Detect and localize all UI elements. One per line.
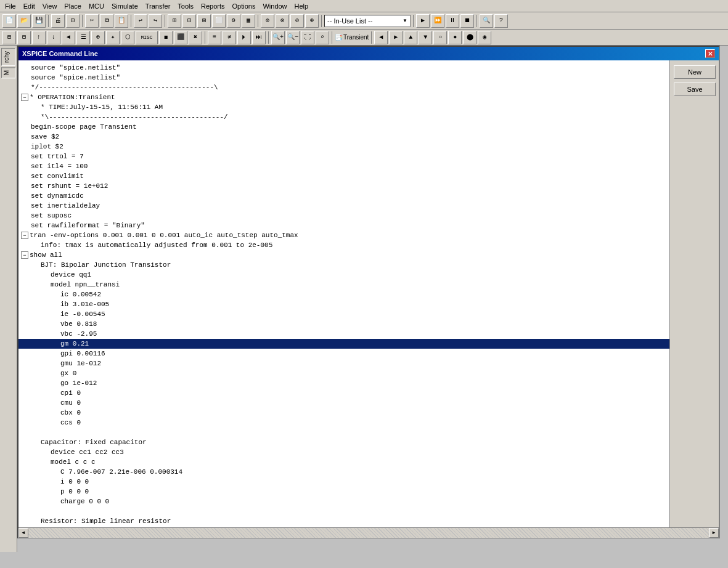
tree-line[interactable]: device qq1	[18, 270, 669, 280]
tb2-btn3[interactable]: ↑	[32, 31, 46, 44]
tb2-zoom-fit-btn[interactable]: ⛶	[301, 31, 314, 44]
tb-pause-btn[interactable]: ⏸	[446, 14, 459, 28]
horizontal-scrollbar[interactable]: ◄ ►	[18, 527, 719, 537]
tb2-btn2[interactable]: ⊟	[17, 31, 31, 44]
tb2-btn13[interactable]: ≡	[208, 31, 221, 44]
tree-line[interactable]: Capacitor: Fixed capacitor	[18, 437, 669, 447]
xspice-close-button[interactable]: ✕	[705, 49, 715, 58]
tb2-btn11[interactable]: ⬛	[174, 31, 187, 44]
tb2-nav8[interactable]: ◉	[478, 31, 491, 44]
tab-m[interactable]: M	[1, 67, 15, 78]
tree-line[interactable]: set dynamicdc	[18, 191, 669, 201]
tree-line[interactable]: i 0 0 0	[18, 477, 669, 487]
menu-place[interactable]: Place	[60, 1, 85, 11]
menu-view[interactable]: View	[39, 1, 61, 11]
tb2-nav6[interactable]: ●	[448, 31, 462, 44]
tb2-zoom-out-btn[interactable]: 🔍−	[286, 31, 300, 44]
tree-line[interactable]: cpi 0	[18, 388, 669, 398]
tb2-nav4[interactable]: ▼	[419, 31, 432, 44]
menu-window[interactable]: Window	[259, 1, 290, 11]
tb-run2-btn[interactable]: ⏩	[431, 14, 444, 28]
tree-line[interactable]: source "spice.netlist"	[18, 73, 669, 83]
tb2-zoom-sel-btn[interactable]: ⌕	[316, 31, 329, 44]
tree-line[interactable]: device cc1 cc2 cc3	[18, 447, 669, 457]
tree-line[interactable]: */--------------------------------------…	[18, 83, 669, 92]
tb2-btn8[interactable]: ✦	[106, 31, 120, 44]
tb-paste-btn[interactable]: 📋	[115, 14, 128, 28]
menu-transfer[interactable]: Transfer	[142, 1, 174, 11]
tb2-btn14[interactable]: ≢	[223, 31, 236, 44]
tree-toggle-icon[interactable]: −	[21, 251, 28, 259]
tb-open-btn[interactable]: 📂	[17, 14, 31, 28]
menu-tools[interactable]: Tools	[174, 1, 197, 11]
tree-line[interactable]: set inertialdelay	[18, 201, 669, 211]
menu-file[interactable]: File	[1, 1, 20, 11]
tb-marker2-btn[interactable]: ⊗	[276, 14, 289, 28]
tree-line[interactable]: −* OPERATION:Transient	[18, 92, 669, 102]
scroll-right-btn[interactable]: ►	[709, 528, 719, 538]
tb2-btn1[interactable]: ⊞	[2, 31, 16, 44]
tb-grid2-btn[interactable]: ⊟	[182, 14, 196, 28]
tb-run-btn[interactable]: ▶	[416, 14, 430, 28]
menu-edit[interactable]: Edit	[20, 1, 39, 11]
tree-line[interactable]: source "spice.netlist"	[18, 63, 669, 73]
tree-line[interactable]: gm 0.21	[18, 339, 669, 349]
scroll-left-btn[interactable]: ◄	[18, 528, 28, 538]
tree-line[interactable]: charge 0 0 0	[18, 497, 669, 506]
tree-line[interactable]: Resistor: Simple linear resistor	[18, 516, 669, 526]
tb2-btn12[interactable]: ✖	[189, 31, 202, 44]
tb2-btn15[interactable]: ⏵	[237, 31, 251, 44]
tb2-misc-btn[interactable]: MISC	[136, 31, 158, 44]
tb-new-btn[interactable]: 📄	[2, 14, 16, 28]
tree-line[interactable]: *\--------------------------------------…	[18, 112, 669, 122]
tree-line[interactable]: gpi 0.00116	[18, 349, 669, 359]
tree-line[interactable]: info: tmax is automatically adjusted fro…	[18, 240, 669, 250]
menu-mcu[interactable]: MCU	[85, 1, 108, 11]
tree-line[interactable]: * TIME:July-15-15, 11:56:11 AM	[18, 102, 669, 112]
tree-line[interactable]	[18, 428, 669, 437]
save-button[interactable]: Save	[674, 83, 716, 96]
tb2-btn16[interactable]: ⏭	[252, 31, 266, 44]
tb2-nav7[interactable]: ⬤	[463, 31, 476, 44]
menu-simulate[interactable]: Simulate	[108, 1, 142, 11]
tree-area[interactable]: source "spice.netlist" source "spice.net…	[18, 60, 669, 527]
scroll-track[interactable]	[28, 528, 709, 538]
tree-line[interactable]: save $2	[18, 132, 669, 142]
tb2-zoom-in-btn[interactable]: 🔍+	[271, 31, 285, 44]
tb-stop-btn[interactable]: ⏹	[460, 14, 474, 28]
tree-line[interactable]: ic 0.00542	[18, 290, 669, 299]
tree-line[interactable]: set suposc	[18, 211, 669, 221]
tree-line[interactable]: vbe 0.818	[18, 319, 669, 329]
tree-line[interactable]: −tran -env-options 0.001 0.001 0 0.001 a…	[18, 230, 669, 240]
tb-grid-btn[interactable]: ⊞	[168, 14, 181, 28]
tree-line[interactable]: −show all	[18, 250, 669, 260]
tb-cut-btn[interactable]: ✂	[85, 14, 99, 28]
tree-line[interactable]: go 1e-012	[18, 378, 669, 388]
tb2-btn6[interactable]: ☰	[76, 31, 90, 44]
tree-line[interactable]: begin-scope page Transient	[18, 122, 669, 132]
tb2-nav3[interactable]: ▲	[404, 31, 417, 44]
menu-reports[interactable]: Reports	[197, 1, 229, 11]
tb2-btn7[interactable]: ⊕	[91, 31, 105, 44]
new-button[interactable]: New	[674, 65, 716, 79]
tb2-nav5[interactable]: ○	[433, 31, 447, 44]
tb-grid3-btn[interactable]: ⊠	[197, 14, 211, 28]
tree-line[interactable]: set trtol = 7	[18, 152, 669, 161]
tree-line[interactable]: gx 0	[18, 368, 669, 378]
tree-line[interactable]: C 7.96e-007 2.21e-006 0.000314	[18, 467, 669, 477]
tree-line[interactable]: cbx 0	[18, 408, 669, 418]
menu-options[interactable]: Options	[229, 1, 260, 11]
tb-print2-btn[interactable]: ⊟	[66, 14, 80, 28]
tb-print-btn[interactable]: 🖨	[51, 14, 65, 28]
tb-copy-btn[interactable]: ⧉	[100, 14, 113, 28]
tb2-nav2[interactable]: ▶	[389, 31, 403, 44]
tree-line[interactable]: iplot $2	[18, 142, 669, 152]
tb2-btn5[interactable]: ◄	[62, 31, 75, 44]
tb-save-btn[interactable]: 💾	[32, 14, 46, 28]
tree-line[interactable]: vbc -2.95	[18, 329, 669, 339]
tb-marker-btn[interactable]: ⊕	[261, 14, 274, 28]
tb-search-btn[interactable]: 🔍	[480, 14, 493, 28]
tree-line[interactable]: p 0 0 0	[18, 487, 669, 497]
tree-line[interactable]: model npn__transi	[18, 280, 669, 290]
tb2-btn4[interactable]: ↓	[47, 31, 60, 44]
